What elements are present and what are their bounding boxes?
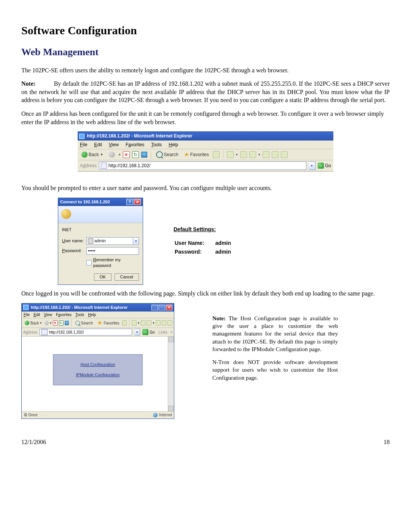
back-button[interactable]: Back ▼ — [80, 151, 105, 158]
mail-button[interactable] — [132, 320, 137, 326]
remember-checkbox[interactable] — [86, 260, 92, 265]
host-config-note: Note: The Host Configuration page is ava… — [212, 315, 338, 387]
home-button[interactable] — [141, 152, 147, 158]
stop-button[interactable]: ✕ — [53, 320, 58, 326]
address-dropdown[interactable]: ▾ — [309, 161, 315, 170]
ie-status-bar: 🖻 Done Internet — [22, 411, 174, 419]
status-done: 🖻 Done — [24, 412, 38, 418]
favorites-button[interactable]: ★Favorites — [96, 320, 121, 326]
ie-address-bar: Address http://192.168.1.202/ ▾ →Go Link… — [22, 328, 174, 337]
dropdown-icon: ▼ — [100, 152, 104, 157]
go-icon: → — [318, 163, 324, 169]
edit-button[interactable] — [249, 151, 256, 158]
default-password-value: admin — [215, 248, 241, 256]
home-button[interactable] — [65, 321, 69, 325]
toolbar-icon-2[interactable] — [162, 320, 167, 326]
search-icon — [156, 151, 163, 158]
ie-window-address-bar-screenshot: http://192.168.1.202/ - Microsoft Intern… — [78, 131, 333, 179]
menu-file[interactable]: File — [80, 142, 87, 148]
maximize-button[interactable]: □ — [159, 305, 165, 310]
go-button[interactable]: →Go — [318, 163, 331, 169]
close-button[interactable]: ✕ — [134, 199, 141, 205]
keys-icon — [61, 209, 71, 219]
toolbar-icon-3[interactable] — [281, 151, 288, 158]
address-label: Address — [80, 163, 97, 169]
menu-favorites[interactable]: Favorites — [56, 312, 72, 318]
password-input[interactable]: ••••• — [86, 247, 139, 255]
globe-icon — [153, 413, 158, 417]
toolbar-icon-3[interactable] — [167, 320, 172, 326]
note-lead: Note: — [21, 80, 35, 87]
default-password-label: Password: — [174, 248, 214, 256]
print-button[interactable] — [141, 320, 146, 326]
menu-edit[interactable]: Edit — [94, 142, 102, 148]
page-footer: 12/1/2006 18 — [21, 438, 390, 446]
go-icon: → — [142, 329, 148, 335]
menu-favorites[interactable]: Favorites — [126, 142, 144, 148]
menu-tools[interactable]: Tools — [75, 312, 84, 318]
address-input[interactable]: http://192.168.1.202/ — [40, 329, 132, 335]
search-button[interactable]: Search — [74, 320, 95, 326]
menu-view[interactable]: View — [109, 142, 119, 148]
host-configuration-link[interactable]: Host Configuration — [54, 362, 142, 367]
user-icon — [88, 238, 93, 244]
links-label[interactable]: Links — [159, 330, 167, 335]
mail-button[interactable] — [227, 151, 234, 158]
print-button[interactable] — [240, 151, 247, 158]
dropdown-icon[interactable]: ▾ — [133, 238, 139, 244]
address-input[interactable]: http://192.168.1.202/ — [99, 161, 306, 170]
remember-label: Remember my password — [93, 257, 139, 268]
address-dropdown[interactable]: ▾ — [134, 329, 140, 335]
go-button[interactable]: →Go — [142, 329, 155, 335]
forward-button[interactable] — [45, 321, 49, 325]
page-icon — [41, 329, 48, 335]
help-button[interactable]: ? — [126, 199, 133, 205]
menu-tools[interactable]: Tools — [151, 142, 162, 148]
ie-title-text: http://192.168.1.202/ - Microsoft Intern… — [87, 133, 192, 139]
minimize-button[interactable]: _ — [151, 305, 158, 310]
vertical-scrollbar[interactable] — [168, 337, 174, 411]
favorites-button[interactable]: ★Favorites — [182, 151, 210, 158]
menu-file[interactable]: File — [24, 312, 30, 318]
default-settings-block: Default Settings: User Name: admin Passw… — [174, 226, 242, 257]
back-button[interactable]: Back ▾ — [23, 320, 43, 326]
star-icon: ★ — [97, 320, 102, 326]
toolbar-icon-1[interactable] — [263, 151, 269, 158]
sidenote-p1: The Host Configuration page is available… — [212, 315, 338, 352]
refresh-button[interactable]: ↻ — [59, 320, 64, 326]
menu-help[interactable]: Help — [88, 312, 96, 318]
menu-help[interactable]: Help — [169, 142, 178, 148]
cancel-button[interactable]: Cancel — [115, 273, 139, 281]
login-title-bar: Connect to 192.168.1.202 ? ✕ — [58, 198, 143, 206]
forward-icon — [109, 152, 115, 158]
username-input[interactable]: admin ▾ — [86, 237, 139, 245]
login-banner — [58, 206, 143, 223]
ie-client-area: Host Configuration IPModule Configuratio… — [22, 337, 174, 411]
close-button[interactable]: ✕ — [166, 305, 172, 310]
back-icon — [81, 152, 88, 158]
ok-button[interactable]: OK — [94, 273, 112, 281]
back-icon — [25, 321, 29, 325]
edit-button[interactable] — [147, 320, 151, 326]
note-body: By default the 102PC-SE has an IP addres… — [21, 80, 390, 103]
login-dialog: Connect to 192.168.1.202 ? ✕ INET User n… — [58, 198, 143, 285]
address-label: Address — [23, 330, 37, 335]
ie-toolbar: Back ▾ ▾ ✕ ↻ Search ★Favorites ▾ ▾ — [22, 318, 174, 328]
forward-button[interactable] — [107, 151, 116, 158]
search-button[interactable]: Search — [155, 151, 180, 158]
menu-edit[interactable]: Edit — [33, 312, 40, 318]
ie-address-bar: Address http://192.168.1.202/ ▾ →Go — [78, 160, 333, 171]
landing-link-box: Host Configuration IPModule Configuratio… — [53, 354, 143, 385]
toolbar-icon-1[interactable] — [156, 320, 161, 326]
refresh-button[interactable]: ↻ — [132, 151, 139, 158]
ipmodule-configuration-link[interactable]: IPModule Configuration — [54, 372, 142, 378]
stop-button[interactable]: ✕ — [123, 151, 130, 158]
history-button[interactable] — [213, 151, 220, 158]
menu-view[interactable]: View — [44, 312, 52, 318]
ie-menu-bar: File Edit View Favorites Tools Help — [78, 141, 333, 149]
toolbar-icon-2[interactable] — [272, 151, 279, 158]
history-button[interactable] — [122, 320, 127, 326]
ie-window-landing-page: http://192.168.1.202/ - Microsoft Intern… — [21, 303, 174, 419]
login-title-text: Connect to 192.168.1.202 — [60, 199, 110, 205]
ie-title-bar: http://192.168.1.202/ - Microsoft Intern… — [22, 304, 174, 312]
